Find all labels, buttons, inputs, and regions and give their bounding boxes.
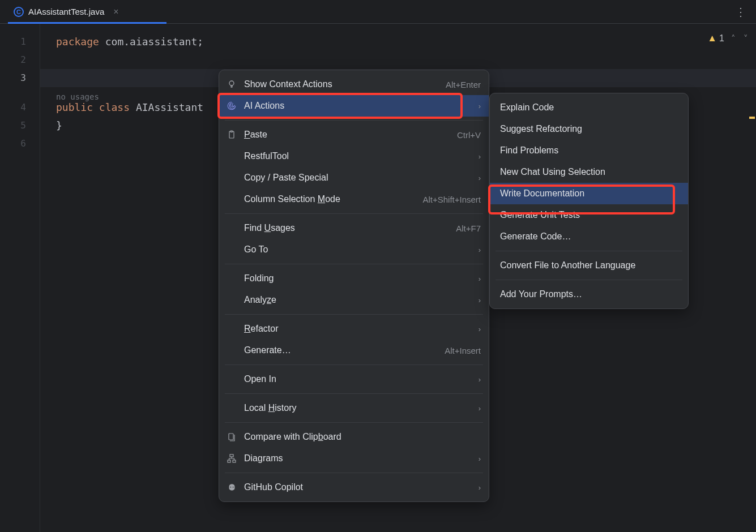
menu-separator [225,473,483,473]
editor-tab[interactable]: C AIAssistantTest.java × [8,1,125,23]
spiral-icon [226,101,237,111]
more-icon[interactable]: ⋮ [726,5,756,19]
chevron-right-icon: › [479,325,481,333]
menu-item[interactable]: Convert File to Another Language [490,255,688,276]
copilot-icon [226,483,237,492]
chevron-right-icon: › [479,483,481,492]
menu-item-label: Open In [244,374,472,384]
menu-item[interactable]: New Chat Using Selection [490,161,688,183]
menu-separator [225,314,483,315]
menu-item[interactable]: Compare with Clipboard [219,426,489,448]
menu-item-label: Generate Code… [500,231,680,242]
menu-item-label: Find Usages [244,223,449,233]
menu-separator [225,364,483,365]
chevron-right-icon: › [479,102,481,110]
menu-item[interactable]: Analyze› [219,289,489,311]
menu-item[interactable]: Refactor› [219,318,489,340]
menu-item-label: Compare with Clipboard [244,432,481,442]
menu-item[interactable]: Suggest Refactoring [490,118,688,140]
menu-item-label: Paste [244,130,450,140]
menu-item[interactable]: Write Documentation [490,183,688,204]
java-class-icon: C [14,7,24,17]
menu-item-label: AI Actions [244,101,472,111]
chevron-right-icon: › [479,174,481,182]
menu-item[interactable]: GitHub Copilot› [219,477,489,498]
menu-item[interactable]: Diagrams› [219,448,489,469]
menu-separator [225,264,483,264]
menu-item[interactable]: Copy / Paste Special› [219,167,489,188]
clipboard-icon [226,130,237,139]
svg-rect-6 [233,460,236,462]
menu-item-label: Diagrams [244,453,472,464]
chevron-right-icon: › [479,296,481,304]
menu-shortcut: Alt+F7 [456,224,481,233]
menu-item[interactable]: Open In› [219,368,489,390]
code-line: package com.aiassistant; [56,33,756,51]
bulb-icon [226,80,237,89]
menu-item-label: RestfulTool [244,151,472,161]
menu-item[interactable]: Local History› [219,397,489,419]
chevron-right-icon: › [479,375,481,384]
menu-item-label: GitHub Copilot [244,482,472,492]
menu-item-label: Refactor [244,324,472,334]
menu-separator [225,422,483,423]
svg-rect-4 [230,454,233,457]
chevron-right-icon: › [479,404,481,413]
menu-item[interactable]: Explain Code [490,97,688,118]
menu-item[interactable]: Find UsagesAlt+F7 [219,217,489,239]
menu-item-label: Suggest Refactoring [500,124,680,134]
warning-icon: ▲ [707,33,717,44]
menu-item-label: Local History [244,403,472,413]
compare-icon [226,432,237,441]
prev-highlight-icon[interactable]: ˄ [730,33,737,44]
menu-item-label: Show Context Actions [244,79,439,89]
svg-rect-3 [229,434,233,440]
usage-hint[interactable]: no usages [56,92,99,101]
menu-item[interactable]: Generate…Alt+Insert [219,340,489,361]
menu-item[interactable]: Folding› [219,268,489,289]
menu-item[interactable]: Generate Code… [490,226,688,247]
menu-item[interactable]: Find Problems [490,140,688,161]
menu-item[interactable]: Add Your Prompts… [490,284,688,305]
menu-shortcut: Ctrl+V [457,130,481,140]
menu-item[interactable]: Column Selection ModeAlt+Shift+Insert [219,188,489,210]
menu-separator [225,213,483,214]
menu-item[interactable]: PasteCtrl+V [219,124,489,145]
menu-item-label: Convert File to Another Language [500,260,680,271]
menu-item-label: Column Selection Mode [244,194,416,204]
menu-shortcut: Alt+Shift+Insert [422,195,481,204]
menu-separator [225,393,483,394]
error-stripe-marker[interactable] [749,117,755,119]
menu-item-label: Add Your Prompts… [500,289,680,299]
next-highlight-icon[interactable]: ˅ [742,33,749,44]
menu-item-label: Explain Code [500,102,680,113]
context-menu: Show Context ActionsAlt+EnterAI Actions›… [219,70,489,502]
menu-separator [496,280,682,280]
menu-separator [496,251,682,251]
menu-shortcut: Alt+Enter [446,80,481,89]
inspections-widget[interactable]: ▲ 1 ˄ ˅ [707,33,749,44]
menu-item[interactable]: Show Context ActionsAlt+Enter [219,74,489,95]
close-icon[interactable]: × [113,7,118,17]
diagram-icon [226,454,237,463]
menu-item[interactable]: Go To› [219,239,489,260]
chevron-right-icon: › [479,152,481,161]
chevron-right-icon: › [479,454,481,463]
menu-shortcut: Alt+Insert [445,346,481,355]
menu-item[interactable]: AI Actions› [219,95,489,117]
menu-item-label: Find Problems [500,145,680,156]
svg-point-0 [229,81,234,85]
menu-item-label: Analyze [244,295,472,305]
menu-item-label: Write Documentation [500,188,680,199]
menu-item-label: Generate… [244,345,438,355]
ai-actions-submenu: Explain CodeSuggest RefactoringFind Prob… [489,93,689,309]
menu-item-label: New Chat Using Selection [500,167,680,177]
warning-badge[interactable]: ▲ 1 [707,33,724,44]
chevron-right-icon: › [479,246,481,254]
menu-item[interactable]: RestfulTool› [219,145,489,167]
menu-item[interactable]: Generate Unit Tests [490,204,688,226]
menu-separator [225,120,483,121]
menu-item-label: Generate Unit Tests [500,210,680,220]
code-line [56,51,756,69]
svg-rect-5 [228,460,230,462]
